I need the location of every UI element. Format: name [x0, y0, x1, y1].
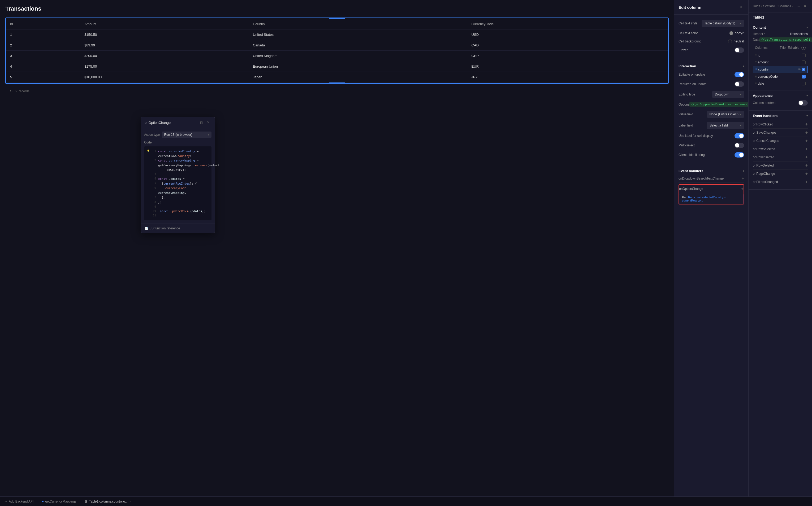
table-footer: ↻ 5 Records [5, 86, 669, 96]
code-line-9: 💡 9 [147, 205, 209, 209]
edit-column-panel: Edit column × Cell text style Table defa… [674, 0, 748, 496]
checkbox-amount[interactable] [802, 61, 806, 64]
edit-column-close[interactable]: × [738, 4, 744, 10]
add-icon[interactable]: + [805, 163, 808, 168]
code-line-1: 💡 1 const selectedCountry = currentRow.c… [147, 149, 209, 158]
cell-amount: $150.50 [80, 29, 249, 40]
add-icon[interactable]: + [805, 139, 808, 143]
add-icon[interactable]: + [805, 155, 808, 160]
get-currency-mappings-btn[interactable]: getCurrencyMappings [40, 499, 78, 504]
checkbox-id[interactable] [802, 54, 806, 57]
sidebar-close-btn[interactable]: × [802, 3, 808, 9]
label-field-dropdown[interactable]: Select a field ▾ [707, 122, 744, 129]
column-item-id[interactable]: ⠿ id [753, 52, 808, 59]
code-popup-body: Action type Run JS (in browser) ▾ Code 💡… [141, 129, 215, 224]
handler-onrowclicked[interactable]: onRowClicked + [753, 120, 808, 129]
label-field-row: Label field Select a field ▾ [678, 120, 744, 131]
required-toggle[interactable] [735, 81, 744, 87]
breadcrumb-dots-btn[interactable]: ··· [797, 4, 800, 8]
add-icon[interactable]: + [805, 122, 808, 127]
editable-toggle[interactable] [735, 72, 744, 77]
code-editor[interactable]: 💡 1 const selectedCountry = currentRow.c… [144, 146, 212, 221]
chevron-down-icon: ▾ [740, 22, 741, 25]
cell-text-color-value-container[interactable]: body2 [730, 31, 744, 35]
editing-type-dropdown[interactable]: Dropdown ▾ [712, 91, 744, 98]
add-backend-api-btn[interactable]: + Add Backend API [3, 499, 35, 504]
value-field-dropdown[interactable]: None (Entire Object) ▾ [707, 111, 744, 118]
drag-handle-id: ⠿ [755, 54, 757, 57]
handler-onrowinserted[interactable]: onRowInserted + [753, 153, 808, 162]
cell-currency: GBP [467, 51, 668, 61]
options-value[interactable]: {{getSupportedCountries.response}} [689, 102, 748, 107]
column-item-country[interactable]: ⠿ country 👁 ✓ [753, 66, 808, 73]
js-ref-link[interactable]: 📄 JS function reference [145, 227, 211, 230]
cell-background-value-container[interactable]: neutral [728, 39, 744, 43]
cell-amount: $89.99 [80, 40, 249, 51]
label-field-value: Select a field [710, 123, 728, 127]
eye-icon-country[interactable]: 👁 [798, 68, 801, 71]
refresh-icon[interactable]: ↻ [10, 89, 13, 93]
add-icon[interactable]: + [805, 179, 808, 184]
on-dropdown-search-handler[interactable]: onDropdownSearchTextChange + [678, 174, 744, 183]
appearance-section-title[interactable]: Appearance ▾ [753, 94, 808, 98]
handler-onpagechange[interactable]: onPageChange + [753, 170, 808, 178]
action-type-dropdown[interactable]: Run JS (in browser) ▾ [162, 132, 212, 138]
table1-tab-close[interactable]: × [129, 500, 132, 503]
data-label: Data [753, 38, 759, 41]
content-section-title[interactable]: Content ▾ [753, 25, 808, 29]
column-item-amount[interactable]: ⠿ amount [753, 59, 808, 66]
get-currency-label: getCurrencyMappings [45, 500, 76, 503]
client-filtering-toggle[interactable] [735, 152, 744, 158]
label-field-label: Label field [678, 123, 693, 127]
content-section: Content ▾ Header * Transactions Data {{g… [749, 22, 812, 90]
multi-select-toggle[interactable] [735, 143, 744, 148]
header-value[interactable]: Transactions [790, 32, 808, 36]
add-column-btn[interactable]: + [801, 46, 806, 50]
breadcrumb-section1[interactable]: Section1 [763, 4, 776, 8]
handler-onrowselected[interactable]: onRowSelected + [753, 145, 808, 153]
cell-country: United States [249, 29, 467, 40]
checkbox-date[interactable] [802, 82, 806, 85]
checkbox-currencycode[interactable]: ✓ [802, 75, 806, 79]
column-name-amount: amount [758, 61, 802, 64]
on-option-change-handler[interactable]: onOptionChange + [679, 185, 744, 193]
handler-onfilterschanged[interactable]: onFiltersChanged + [753, 178, 808, 186]
code-popup-close[interactable]: × [205, 119, 211, 125]
handler-onrowdeleted[interactable]: onRowDeleted + [753, 162, 808, 170]
value-field-row: Value field None (Entire Object) ▾ [678, 109, 744, 120]
column-item-currencycode[interactable]: ⠿ currencyCode ✓ [753, 73, 808, 80]
add-icon[interactable]: + [805, 171, 808, 176]
handler-oncancelchanges[interactable]: onCancelChanges + [753, 137, 808, 145]
add-handler-icon-2[interactable]: + [741, 186, 744, 191]
scroll-indicator-bottom [329, 82, 345, 83]
use-label-toggle[interactable] [735, 133, 744, 139]
event-handlers-title[interactable]: Event handlers ▾ [753, 114, 808, 118]
appearance-chevron: ▾ [806, 94, 808, 97]
data-value[interactable]: {{getTransactions.response}} [759, 37, 812, 42]
event-run-preview[interactable]: Run Run const selectedCountry = currentR… [679, 194, 744, 204]
column-item-date[interactable]: ⠿ date [753, 80, 808, 87]
multi-select-label: Multi-select [678, 144, 695, 147]
cell-country: Canada [249, 40, 467, 51]
event-handlers-section: Event handlers ▾ onRowClicked + onSaveCh… [749, 110, 812, 190]
add-icon[interactable]: + [805, 130, 808, 135]
code-line-8: 💡 8 }; [147, 200, 209, 205]
cell-text-style-dropdown[interactable]: Table default (Body 2) ▾ [702, 20, 744, 27]
interaction-section-title[interactable]: Interaction ▾ [678, 62, 744, 70]
breadcrumb-column1[interactable]: Column1 [779, 4, 791, 8]
edit-column-title: Edit column [678, 5, 702, 10]
checkbox-country[interactable]: ✓ [802, 68, 805, 71]
trash-icon[interactable]: 🗑 [200, 120, 203, 124]
column-borders-toggle[interactable] [798, 100, 808, 105]
chevron-down-icon: ▾ [740, 93, 741, 96]
add-icon[interactable]: + [805, 147, 808, 151]
handler-onsavechanges[interactable]: onSaveChanges + [753, 129, 808, 137]
code-popup: onOptionChange 🗑 × Action type Run JS (i… [141, 117, 215, 233]
add-backend-label: Add Backend API [9, 500, 33, 503]
table1-columns-btn[interactable]: ⊞ Table1.columns.country.o... × [83, 499, 135, 504]
add-handler-icon[interactable]: + [742, 176, 744, 181]
edit-event-handlers-title[interactable]: Event handlers ▾ [678, 166, 744, 174]
frozen-toggle[interactable] [735, 48, 744, 53]
breadcrumb-docs[interactable]: Docs [753, 4, 760, 8]
header-label: Header * [753, 32, 765, 36]
